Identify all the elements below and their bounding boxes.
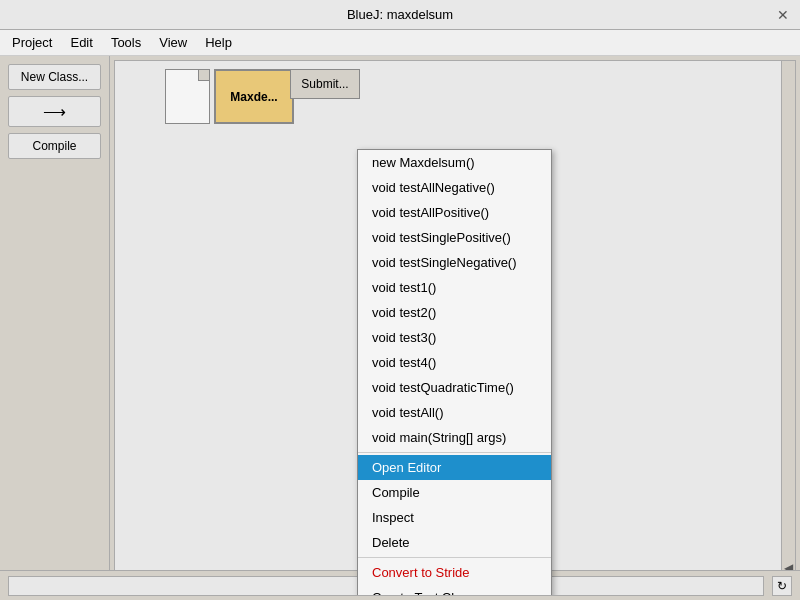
- ctx-separator-2: [358, 557, 551, 558]
- submit-box: Submit...: [290, 69, 360, 99]
- ctx-create-test-class[interactable]: Create Test Class: [358, 585, 551, 596]
- close-button[interactable]: ✕: [774, 6, 792, 24]
- ctx-inspect[interactable]: Inspect: [358, 505, 551, 530]
- compile-button[interactable]: Compile: [8, 133, 101, 159]
- ctx-test3[interactable]: void test3(): [358, 325, 551, 350]
- canvas-area: Maxde... Submit... ▲ ◀ new Maxdelsum() v…: [114, 60, 796, 596]
- menu-edit[interactable]: Edit: [62, 32, 100, 53]
- class-box-area: Maxde...: [165, 69, 294, 124]
- ctx-test4[interactable]: void test4(): [358, 350, 551, 375]
- window-title: BlueJ: maxdelsum: [347, 7, 453, 22]
- class-icon: [165, 69, 210, 124]
- ctx-compile[interactable]: Compile: [358, 480, 551, 505]
- submit-label: Submit...: [301, 77, 348, 91]
- ctx-test1[interactable]: void test1(): [358, 275, 551, 300]
- class-name-label: Maxde...: [230, 90, 277, 104]
- ctx-new-maxdelsum[interactable]: new Maxdelsum(): [358, 150, 551, 175]
- ctx-test-single-positive[interactable]: void testSinglePositive(): [358, 225, 551, 250]
- right-scrollbar: ◀: [781, 61, 795, 595]
- main-area: New Class... ⟶ Compile Maxde... Submit..…: [0, 56, 800, 600]
- menu-tools[interactable]: Tools: [103, 32, 149, 53]
- ctx-test-all-negative[interactable]: void testAllNegative(): [358, 175, 551, 200]
- context-menu: new Maxdelsum() void testAllNegative() v…: [357, 149, 552, 596]
- ctx-delete[interactable]: Delete: [358, 530, 551, 555]
- ctx-open-editor[interactable]: Open Editor: [358, 455, 551, 480]
- ctx-main[interactable]: void main(String[] args): [358, 425, 551, 450]
- menu-view[interactable]: View: [151, 32, 195, 53]
- class-box-main[interactable]: Maxde...: [214, 69, 294, 124]
- title-bar: BlueJ: maxdelsum ✕: [0, 0, 800, 30]
- ctx-test2[interactable]: void test2(): [358, 300, 551, 325]
- ctx-separator-1: [358, 452, 551, 453]
- arrow-button[interactable]: ⟶: [8, 96, 101, 127]
- refresh-button[interactable]: ↻: [772, 576, 792, 596]
- menu-bar: Project Edit Tools View Help: [0, 30, 800, 56]
- ctx-test-all-positive[interactable]: void testAllPositive(): [358, 200, 551, 225]
- ctx-test-all[interactable]: void testAll(): [358, 400, 551, 425]
- arrow-icon: ⟶: [43, 102, 66, 121]
- menu-help[interactable]: Help: [197, 32, 240, 53]
- refresh-icon: ↻: [777, 579, 787, 593]
- menu-project[interactable]: Project: [4, 32, 60, 53]
- left-panel: New Class... ⟶ Compile: [0, 56, 110, 600]
- ctx-test-single-negative[interactable]: void testSingleNegative(): [358, 250, 551, 275]
- new-class-button[interactable]: New Class...: [8, 64, 101, 90]
- ctx-test-quadratic[interactable]: void testQuadraticTime(): [358, 375, 551, 400]
- ctx-convert-to-stride[interactable]: Convert to Stride: [358, 560, 551, 585]
